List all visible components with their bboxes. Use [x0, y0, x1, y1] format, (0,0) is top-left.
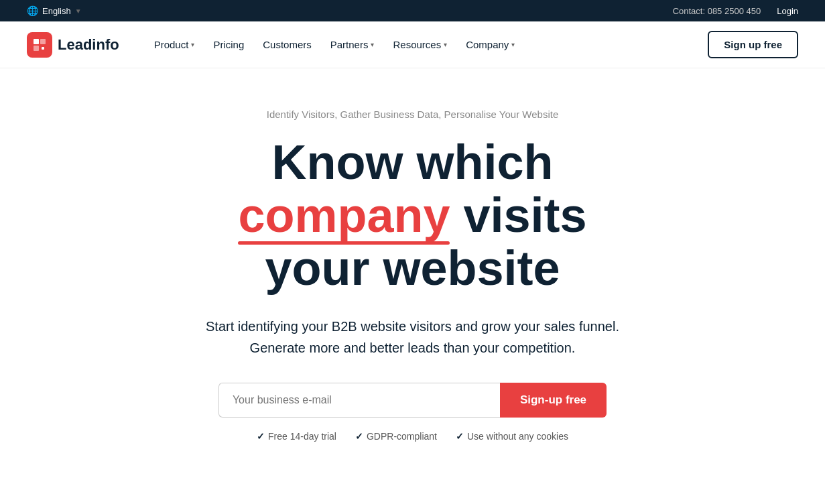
- language-label: English: [42, 6, 71, 16]
- nav-partners[interactable]: Partners ▾: [322, 34, 383, 56]
- language-selector[interactable]: 🌐 English ▼: [27, 5, 82, 16]
- hero-title: Know which company visitsyour website: [111, 136, 714, 296]
- product-chevron-icon: ▾: [191, 41, 194, 48]
- svg-rect-1: [40, 39, 46, 44]
- resources-chevron-icon: ▾: [444, 41, 447, 48]
- nav-pricing[interactable]: Pricing: [205, 34, 252, 56]
- nav-signup-button[interactable]: Sign up free: [708, 31, 798, 58]
- top-bar: 🌐 English ▼ Contact: 085 2500 450 Login: [0, 0, 825, 21]
- badge-cookies-label: Use without any cookies: [467, 431, 568, 442]
- badge-trial-label: Free 14-day trial: [268, 431, 336, 442]
- nav-partners-label: Partners: [330, 39, 369, 50]
- hero-badges: ✓ Free 14-day trial ✓ GDPR-compliant ✓ U…: [27, 431, 798, 442]
- logo-text: Leadinfo: [58, 36, 119, 54]
- nav-product-label: Product: [154, 39, 189, 50]
- nav-links: Product ▾ Pricing Customers Partners ▾ R…: [146, 34, 523, 56]
- top-bar-right: Contact: 085 2500 450 Login: [673, 6, 798, 16]
- badge-cookies: ✓ Use without any cookies: [456, 431, 568, 442]
- globe-icon: 🌐: [27, 5, 38, 16]
- nav-product[interactable]: Product ▾: [146, 34, 203, 56]
- nav-pricing-label: Pricing: [213, 39, 244, 50]
- login-link[interactable]: Login: [777, 6, 798, 16]
- signup-free-button[interactable]: Sign-up free: [500, 383, 607, 418]
- logo[interactable]: Leadinfo: [27, 32, 119, 58]
- badge-gdpr: ✓ GDPR-compliant: [355, 431, 437, 442]
- nav-resources[interactable]: Resources ▾: [385, 34, 455, 56]
- contact-info: Contact: 085 2500 450: [673, 6, 761, 16]
- check-icon-3: ✓: [456, 431, 464, 442]
- badge-trial: ✓ Free 14-day trial: [257, 431, 336, 442]
- nav-company-label: Company: [466, 39, 509, 50]
- nav-left: Leadinfo Product ▾ Pricing Customers Par…: [27, 32, 523, 58]
- email-input[interactable]: [218, 383, 500, 418]
- hero-section: Identify Visitors, Gather Business Data,…: [0, 68, 825, 482]
- hero-description: Start identifying your B2B website visit…: [185, 316, 641, 359]
- check-icon-2: ✓: [355, 431, 363, 442]
- main-nav: Leadinfo Product ▾ Pricing Customers Par…: [0, 21, 825, 68]
- nav-resources-label: Resources: [393, 39, 441, 50]
- hero-form: Sign-up free: [27, 383, 798, 418]
- nav-company[interactable]: Company ▾: [458, 34, 523, 56]
- nav-customers-label: Customers: [263, 39, 312, 50]
- check-icon-1: ✓: [257, 431, 265, 442]
- logo-icon: [27, 32, 52, 58]
- hero-title-line1: Know which: [272, 135, 554, 189]
- svg-rect-3: [42, 47, 44, 50]
- hero-title-highlight: company: [238, 189, 450, 242]
- company-chevron-icon: ▾: [511, 41, 515, 48]
- svg-rect-2: [34, 46, 39, 51]
- nav-customers[interactable]: Customers: [255, 34, 320, 56]
- hero-subtitle: Identify Visitors, Gather Business Data,…: [27, 109, 798, 120]
- language-chevron-icon: ▼: [75, 7, 82, 15]
- svg-rect-0: [34, 39, 39, 44]
- partners-chevron-icon: ▾: [371, 41, 374, 48]
- badge-gdpr-label: GDPR-compliant: [367, 431, 437, 442]
